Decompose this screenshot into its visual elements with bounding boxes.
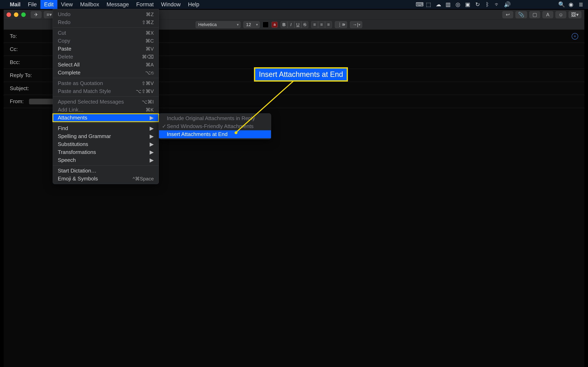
menu-item-label: Complete [58,69,80,76]
menu-item-label: Cut [58,30,66,36]
dropbox-icon[interactable]: ⬚ [425,1,432,8]
font-icon: A [546,12,549,17]
menu-item-label: Select All [58,62,80,68]
cloud-upload-icon[interactable]: ☁︎ [435,1,441,8]
menu-format[interactable]: Format [132,0,157,9]
menu-message[interactable]: Message [103,0,133,9]
send-button[interactable]: ✈︎ [31,11,42,18]
reply-to-label: Reply To: [10,72,34,78]
font-size-value: 12 [246,22,251,27]
list-style-select[interactable]: ⋮≡ [335,21,347,28]
media-browser-button[interactable]: 🖼▾ [568,11,581,18]
bluetooth-icon[interactable]: ᛒ [484,1,490,8]
text-color-swatch[interactable] [263,22,269,28]
paper-plane-icon: ✈︎ [34,12,38,17]
menu-file[interactable]: File [24,0,41,9]
callout-label-text: Insert Attachments at End [259,70,343,78]
font-family-select[interactable]: Helvetica [196,21,241,28]
volume-icon[interactable]: 🔊 [504,1,510,8]
menu-item-attachments[interactable]: Attachments▶ [53,114,159,122]
menu-help[interactable]: Help [184,0,203,9]
menu-edit[interactable]: Edit [40,0,57,9]
menu-item-label: Transformations [58,149,96,155]
add-recipient-button[interactable]: + [572,33,578,40]
close-window-button[interactable] [7,12,11,17]
menu-item-paste[interactable]: Paste⌘V [53,45,159,53]
from-account-pill[interactable] [29,99,53,104]
menu-item-label: Find [58,125,68,132]
menu-item-complete[interactable]: Complete⌥⎋ [53,69,159,77]
menu-mailbox[interactable]: Mailbox [77,0,103,9]
bcc-label: Bcc: [10,59,26,66]
submenu-item-send-windows-friendly-attachments: ✓Send Windows-Friendly Attachments [159,122,271,130]
menu-item-emoji-symbols[interactable]: Emoji & Symbols^⌘Space [53,175,159,183]
strikethrough-button[interactable]: S [301,21,308,28]
menu-bar: Mail File Edit View Mailbox Message Form… [0,0,588,9]
creative-cloud-icon[interactable]: ◎ [455,1,461,8]
minimize-window-button[interactable] [14,12,18,17]
bg-color-swatch[interactable]: a [272,22,278,28]
airplay-icon[interactable]: ▣ [465,1,471,8]
menu-item-shortcut: ⌘C [145,38,154,44]
menu-item-paste-as-quotation: Paste as Quotation⇧⌘V [53,79,159,87]
bold-button[interactable]: B [281,21,287,28]
italic-button[interactable]: I [287,21,294,28]
menu-item-label: Delete [58,54,73,60]
menu-item-start-dictation[interactable]: Start Dictation… [53,167,159,175]
menu-item-redo: Redo⇧⌘Z [53,18,159,26]
app-menu-mail[interactable]: Mail [6,0,24,9]
menu-item-substitutions[interactable]: Substitutions▶ [53,140,159,148]
align-right-button[interactable]: ≡ [325,21,332,28]
siri-icon[interactable]: ◉ [568,1,574,8]
menu-item-label: Spelling and Grammar [58,133,111,140]
underline-button[interactable]: U [294,21,301,28]
menu-item-transformations[interactable]: Transformations▶ [53,148,159,156]
align-left-button[interactable]: ≡ [311,21,318,28]
menu-item-append-selected-messages: Append Selected Messages⌥⌘I [53,98,159,106]
photo-icon: ▢ [532,12,537,17]
menu-item-label: Paste [58,46,71,52]
media-icon: 🖼▾ [571,12,579,17]
menu-item-label: Paste and Match Style [58,88,111,94]
callout-label-box: Insert Attachments at End [254,67,348,82]
menu-item-shortcut: ⌥⌘I [142,99,154,105]
edit-dropdown-menu: Undo⌘ZRedo⇧⌘ZCut⌘XCopy⌘CPaste⌘VDelete⌘⌫S… [53,9,159,184]
menu-item-paste-and-match-style: Paste and Match Style⌥⇧⌘V [53,87,159,95]
menu-separator [53,78,159,78]
format-button[interactable]: A [542,11,553,18]
keyboard-icon[interactable]: ⌨︎ [416,1,422,8]
time-machine-icon[interactable]: ↻ [475,1,481,8]
menu-item-shortcut: ⇧⌘V [141,81,154,86]
align-center-button[interactable]: ≡ [318,21,325,28]
menu-item-label: Redo [58,19,70,25]
callout-endpoint-dot [234,131,237,134]
menu-item-spelling-and-grammar[interactable]: Spelling and Grammar▶ [53,132,159,140]
from-label: From: [10,98,26,105]
attach-button[interactable]: 📎 [515,11,527,18]
wifi-icon[interactable]: ᯤ [494,1,500,8]
emoji-button[interactable]: ☺ [555,11,566,18]
menu-window[interactable]: Window [157,0,184,9]
menu-item-speech[interactable]: Speech▶ [53,156,159,164]
menu-item-shortcut: ⌘V [146,46,154,52]
reply-button[interactable]: ↩︎ [502,11,513,18]
insert-photo-button[interactable]: ▢ [529,11,540,18]
menu-item-label: Add Link… [58,107,84,113]
indent-select[interactable]: →| [350,21,362,28]
display-icon[interactable]: ▥ [445,1,451,8]
menu-item-label: Emoji & Symbols [58,175,98,182]
submenu-item-insert-attachments-at-end[interactable]: Insert Attachments at End [159,130,271,138]
apple-menu[interactable] [2,0,6,9]
menu-item-label: Undo [58,11,70,17]
menu-item-find[interactable]: Find▶ [53,124,159,132]
menu-item-select-all[interactable]: Select All⌘A [53,61,159,69]
zoom-window-button[interactable] [21,12,26,17]
menu-view[interactable]: View [57,0,77,9]
menu-item-shortcut: ⌘Z [146,12,154,17]
align-group: ≡ ≡ ≡ [311,21,332,28]
cc-label: Cc: [10,46,26,52]
menu-item-shortcut: ⌘X [146,30,154,36]
control-center-icon[interactable]: ≣ [578,1,584,8]
font-size-select[interactable]: 12 [243,21,260,28]
search-icon[interactable]: 🔍 [558,1,564,8]
